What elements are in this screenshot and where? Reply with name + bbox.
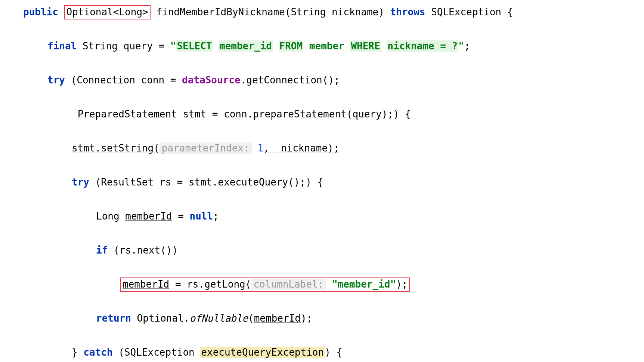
rest: (rs.next())	[114, 245, 178, 256]
static-method: ofNullable	[189, 313, 248, 324]
keyword-return: return	[96, 313, 131, 324]
param-hint: parameterIndex:	[160, 142, 252, 154]
var: query	[124, 40, 153, 52]
redbox-return-type: Optional<Long>	[64, 5, 151, 19]
keyword-public: public	[23, 6, 58, 18]
code-line-6: try (ResultSet rs = stmt.executeQuery();…	[0, 174, 644, 191]
keyword-catch: catch	[83, 347, 112, 358]
var: conn	[141, 74, 164, 86]
keyword-if: if	[96, 245, 108, 256]
exception-type: SQLException	[431, 6, 501, 18]
sql-where: WHERE	[350, 40, 381, 52]
method-call: .getConnection();	[241, 74, 340, 86]
sql-table: member	[309, 40, 344, 52]
string-literal: "member_id"	[332, 279, 396, 290]
sql-cond: nickname = ?	[387, 40, 458, 52]
keyword-final: final	[47, 40, 77, 52]
code-line-10: return Optional.ofNullable(memberId);	[0, 310, 644, 327]
sql-from: FROM	[279, 40, 304, 52]
var: stmt	[183, 108, 206, 120]
code-line-1: public Optional<Long> findMemberIdByNick…	[0, 4, 644, 21]
code-line-2: final String query = "SELECT member_id F…	[0, 38, 644, 55]
type: String	[83, 40, 118, 52]
code-line-3: try (Connection conn = dataSource.getCon…	[0, 72, 644, 89]
method-name: findMemberIdByNickname	[156, 6, 285, 18]
rest: (ResultSet rs = stmt.executeQuery();) {	[95, 177, 323, 188]
rest: conn.prepareStatement(query);) {	[224, 108, 411, 120]
keyword-null: null	[189, 211, 213, 222]
stmt-call: stmt.setString(	[72, 142, 160, 154]
var-memberid: memberId	[254, 313, 301, 324]
param-name: nickname	[332, 6, 378, 18]
keyword-try: try	[72, 177, 89, 188]
sql-select: SELECT	[176, 40, 213, 52]
code-line-11: } catch (SQLException executeQueryExcept…	[0, 344, 644, 361]
keyword-try: try	[47, 74, 65, 86]
param-type: String	[291, 6, 326, 18]
code-editor[interactable]: public Optional<Long> findMemberIdByNick…	[0, 4, 644, 362]
code-line-9: memberId = rs.getLong(columnLabel: "memb…	[0, 276, 644, 293]
exception-var: executeQueryException	[200, 347, 325, 358]
field-datasource: dataSource	[182, 74, 241, 86]
code-line-7: Long memberId = null;	[0, 208, 644, 225]
tail: , nickname);	[263, 142, 340, 154]
type: Long	[96, 211, 120, 222]
keyword-throws: throws	[390, 6, 425, 18]
string-quote: "	[170, 40, 176, 52]
var-memberid: memberId	[125, 211, 172, 222]
code-line-5: stmt.setString(parameterIndex: 1, nickna…	[0, 140, 644, 157]
code-line-8: if (rs.next())	[0, 242, 644, 259]
type: PreparedStatement	[78, 108, 177, 120]
param-hint: columnLabel:	[251, 279, 326, 290]
code-line-4: PreparedStatement stmt = conn.prepareSta…	[0, 106, 644, 123]
string-quote: "	[458, 40, 464, 52]
number-literal: 1	[257, 142, 263, 154]
redbox-assignment: memberId = rs.getLong(columnLabel: "memb…	[120, 277, 410, 292]
sql-column: member_id	[219, 40, 273, 52]
var-memberid: memberId	[123, 279, 169, 290]
type: Connection	[77, 74, 135, 86]
brace: {	[507, 6, 513, 18]
